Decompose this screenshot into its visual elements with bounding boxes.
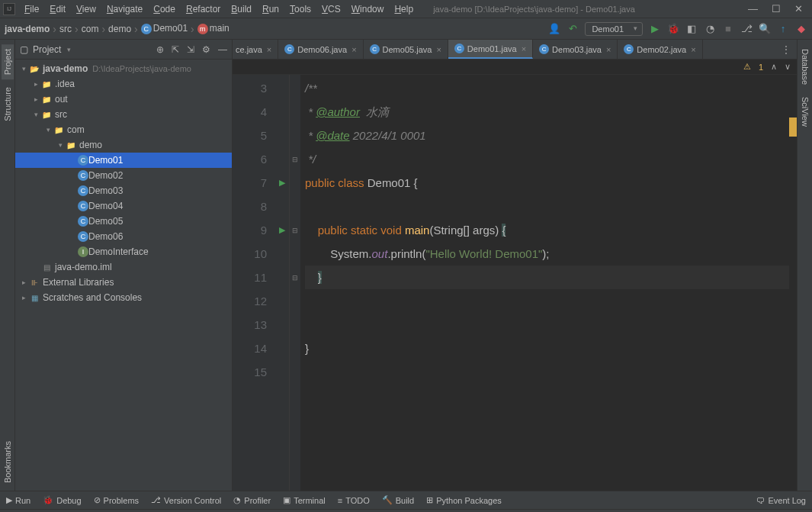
locate-icon[interactable]: ⊕	[156, 44, 164, 55]
tree-class-demo06[interactable]: CDemo06	[15, 229, 232, 244]
editor-tab-demo02[interactable]: CDemo02.java×	[618, 40, 702, 59]
tree-root[interactable]: ▾📂java-demoD:\IdeaProjects\java-demo	[15, 61, 232, 76]
breadcrumb: java-demo › src › com › demo › CDemo01 ›…	[5, 23, 229, 35]
tree-class-demo04[interactable]: CDemo04	[15, 198, 232, 214]
minimize-icon[interactable]: —	[748, 3, 758, 14]
tree-class-demo03[interactable]: CDemo03	[15, 183, 232, 198]
breadcrumb-demo[interactable]: demo	[108, 24, 131, 34]
editor-tab-demo01[interactable]: CDemo01.java×	[448, 40, 533, 59]
close-icon[interactable]: ✕	[794, 3, 803, 14]
sync-icon[interactable]: ↑	[777, 23, 789, 35]
collapse-icon[interactable]: ⇲	[187, 44, 194, 55]
gear-icon[interactable]: ⚙	[202, 44, 210, 55]
menu-file[interactable]: File	[20, 2, 43, 16]
tab-list-icon[interactable]: ⋮	[782, 44, 791, 55]
window-title: java-demo [D:\IdeaProjects\java-demo] - …	[433, 5, 635, 14]
tool-tab-database[interactable]: Database	[799, 44, 811, 89]
tab-close-icon[interactable]: ×	[606, 45, 611, 54]
tool-version-control[interactable]: ⎇Version Control	[151, 495, 221, 505]
warning-marker[interactable]	[789, 118, 797, 137]
tab-close-icon[interactable]: ×	[436, 45, 441, 54]
breadcrumb-method[interactable]: mmain	[197, 23, 229, 34]
code-area[interactable]: /** * @author 水滴 * @date 2022/4/1 0001 *…	[300, 75, 797, 491]
tree-class-demo05[interactable]: CDemo05	[15, 214, 232, 229]
tool-terminal[interactable]: ▣Terminal	[283, 495, 326, 505]
ide-features-icon[interactable]: ◆	[795, 23, 807, 35]
tree-class-demo02[interactable]: CDemo02	[15, 168, 232, 183]
tree-out[interactable]: ▸📁out	[15, 92, 232, 107]
gutter-run-icons[interactable]: ▶▶	[274, 75, 290, 491]
gutter-fold[interactable]: ⊟⊟⊟	[290, 75, 300, 491]
menu-window[interactable]: Window	[347, 2, 389, 16]
run-configuration-select[interactable]: Demo01	[585, 22, 643, 36]
editor-tab-demo05[interactable]: CDemo05.java×	[364, 40, 448, 59]
expand-icon[interactable]: ⇱	[172, 44, 179, 55]
menu-navigate[interactable]: Navigate	[102, 2, 147, 16]
menu-code[interactable]: Code	[149, 2, 180, 16]
right-tool-stripe: Database SciView	[797, 40, 812, 491]
hide-icon[interactable]: —	[218, 44, 227, 55]
breadcrumb-class[interactable]: CDemo01	[141, 23, 188, 34]
tool-run[interactable]: ▶Run	[6, 495, 30, 505]
tree-idea[interactable]: ▸📁.idea	[15, 76, 232, 92]
tool-tab-structure[interactable]: Structure	[2, 82, 14, 126]
editor-scrollbar[interactable]	[789, 90, 797, 491]
tool-problems[interactable]: ⊘Problems	[94, 495, 139, 505]
tree-iml[interactable]: ▤java-demo.iml	[15, 259, 232, 275]
search-icon[interactable]: 🔍	[759, 23, 771, 35]
gutter-run-icon[interactable]: ▶	[279, 178, 285, 188]
tool-build[interactable]: 🔨Build	[382, 495, 414, 505]
menu-view[interactable]: View	[72, 2, 101, 16]
tab-close-icon[interactable]: ×	[267, 45, 271, 54]
tool-debug[interactable]: 🐞Debug	[43, 495, 81, 505]
menu-tools[interactable]: Tools	[285, 2, 316, 16]
event-log-button[interactable]: Event Log	[768, 496, 806, 505]
project-view-select[interactable]: Project	[33, 44, 71, 55]
debug-icon[interactable]: 🐞	[667, 23, 679, 35]
breadcrumb-project[interactable]: java-demo	[5, 24, 50, 34]
vcs-icon[interactable]: ⎇	[740, 23, 753, 35]
tree-demo[interactable]: ▾📁demo	[15, 137, 232, 153]
menu-edit[interactable]: Edit	[45, 2, 70, 16]
tool-tab-sciview[interactable]: SciView	[799, 92, 811, 131]
project-tree[interactable]: ▾📂java-demoD:\IdeaProjects\java-demo▸📁.i…	[15, 60, 232, 491]
tool-todo[interactable]: ≡TODO	[338, 496, 370, 505]
menu-build[interactable]: Build	[226, 2, 256, 16]
navigation-bar: java-demo › src › com › demo › CDemo01 ›…	[0, 18, 812, 40]
prev-highlight-icon[interactable]: ∧	[771, 62, 777, 72]
tool-python-packages[interactable]: ⊞Python Packages	[426, 495, 502, 505]
tree-external-libraries[interactable]: ▸⊪External Libraries	[15, 275, 232, 290]
run-icon[interactable]: ▶	[649, 23, 661, 35]
editor-tab-truncated[interactable]: ce.java×	[233, 40, 278, 59]
tree-scratches[interactable]: ▸▦Scratches and Consoles	[15, 290, 232, 305]
menu-vcs[interactable]: VCS	[317, 2, 345, 16]
editor[interactable]: 3456789101112131415 ▶▶ ⊟⊟⊟ /** * @author…	[233, 75, 797, 491]
tab-close-icon[interactable]: ×	[691, 45, 695, 54]
warning-icon[interactable]: ⚠	[743, 62, 751, 72]
editor-tab-demo03[interactable]: CDemo03.java×	[533, 40, 618, 59]
editor-tab-demo06[interactable]: CDemo06.java×	[278, 40, 363, 59]
back-icon[interactable]: ↶	[566, 23, 579, 35]
breadcrumb-com[interactable]: com	[82, 24, 99, 34]
tree-com[interactable]: ▾📁com	[15, 122, 232, 137]
profile-icon[interactable]: ◔	[704, 23, 716, 35]
coverage-icon[interactable]: ◧	[685, 23, 698, 35]
tab-close-icon[interactable]: ×	[351, 45, 356, 54]
stop-icon[interactable]: ■	[722, 23, 734, 35]
tree-class-demo01[interactable]: CDemo01	[15, 153, 232, 168]
tool-profiler[interactable]: ◔Profiler	[233, 495, 271, 505]
maximize-icon[interactable]: ☐	[772, 3, 781, 14]
add-user-icon[interactable]: 👤	[548, 23, 560, 35]
menu-help[interactable]: Help	[390, 2, 418, 16]
tree-src[interactable]: ▾📁src	[15, 107, 232, 122]
event-log-icon[interactable]: 🗨	[756, 496, 765, 505]
next-highlight-icon[interactable]: ∨	[785, 62, 791, 72]
gutter-run-icon[interactable]: ▶	[279, 225, 285, 235]
menu-run[interactable]: Run	[258, 2, 284, 16]
tool-tab-bookmarks[interactable]: Bookmarks	[2, 436, 14, 488]
breadcrumb-src[interactable]: src	[59, 24, 72, 34]
tool-tab-project[interactable]: Project	[2, 44, 14, 79]
menu-refactor[interactable]: Refactor	[181, 2, 225, 16]
tree-interface[interactable]: IDemoInterface	[15, 244, 232, 259]
tab-close-icon[interactable]: ×	[522, 44, 526, 53]
